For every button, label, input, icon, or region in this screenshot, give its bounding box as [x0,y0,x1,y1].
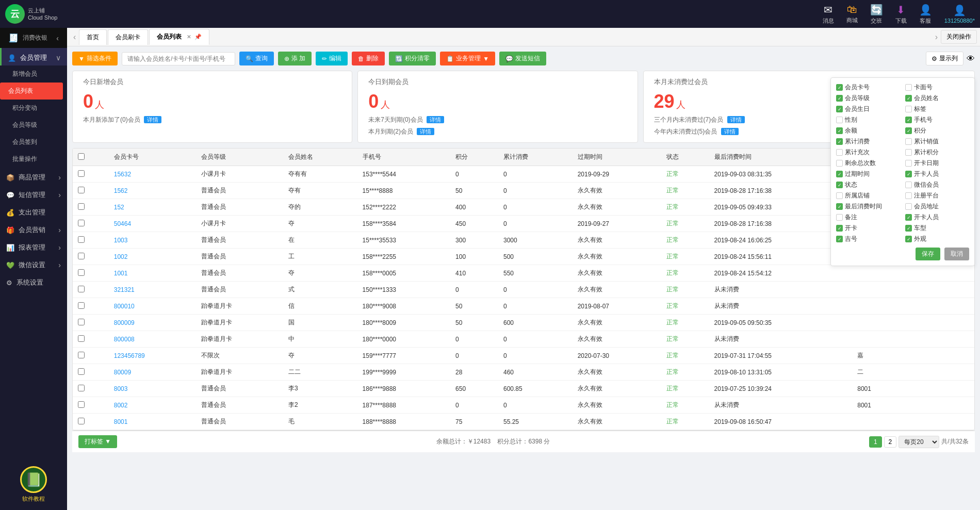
sidebar-item-marketing[interactable]: 🎁 会员营销 › [0,220,67,238]
row-check[interactable] [73,414,109,430]
col-phone[interactable]: ✓ 手机号 [905,116,969,124]
col-cumulative-value[interactable]: 累计销值 [905,137,969,146]
tab-close-icon[interactable]: ✕ [187,34,191,40]
row-card-no[interactable]: 1001 [109,265,196,282]
sidebar-item-report[interactable]: 📊 报表管理 › [0,238,67,255]
sidebar-item-goods[interactable]: 📦 商品管理 › [0,168,67,185]
col-recharge-times[interactable]: 累计充次 [836,148,900,157]
search-input[interactable] [122,52,235,65]
row-card-no[interactable]: 1002 [109,249,196,265]
col-card-face-check[interactable] [905,84,912,91]
col-birthday-check[interactable]: ✓ [836,106,843,112]
nav-download[interactable]: ⬇ 下载 [895,4,907,25]
page-2-button[interactable]: 2 [884,436,897,448]
col-level[interactable]: ✓ 会员等级 [836,94,900,103]
col-gender[interactable]: 性别 [836,116,900,124]
row-check[interactable] [73,166,109,183]
col-platform[interactable]: 注册平台 [905,191,969,200]
col-level-check[interactable]: ✓ [836,95,843,102]
per-page-select[interactable]: 每页20 每页50 每页100 [899,436,939,448]
row-check[interactable] [73,265,109,282]
col-remark[interactable]: 备注 [836,213,900,222]
nav-service[interactable]: 👤 客服 [919,4,932,25]
sms-button[interactable]: 💬 发送短信 [499,52,546,65]
consumed-badge-1[interactable]: 详情 [727,116,745,123]
label-button[interactable]: 打标签 ▼ [78,435,117,448]
col-cumulative-points[interactable]: 累计积分 [905,148,969,157]
search-button[interactable]: 🔍 查询 [239,52,274,65]
book-icon[interactable]: 📗 [20,466,47,493]
col-store-check[interactable] [836,192,843,199]
col-open-card-check[interactable]: ✓ [836,225,843,232]
col-expire-check[interactable]: ✓ [836,171,843,177]
col-car-number[interactable]: ✓ 吉号 [836,235,900,243]
tab-next-btn[interactable]: › [932,32,941,42]
col-exterior[interactable]: ✓ 外观 [905,235,969,243]
tab-member-card[interactable]: 会员刷卡 [108,29,148,45]
col-exterior-check[interactable]: ✓ [905,236,912,242]
row-check[interactable] [73,216,109,232]
col-name[interactable]: ✓ 会员姓名 [905,94,969,103]
col-car-type-check[interactable]: ✓ [905,225,912,232]
col-cumulative-value-check[interactable] [905,138,912,145]
row-check[interactable] [73,364,109,381]
row-card-no[interactable]: 800010 [109,298,196,315]
sidebar-item-pos[interactable]: 🧾 消费收银 ‹ [0,28,67,48]
col-open-card-person[interactable]: ✓ 开卡人员 [905,213,969,222]
display-settings-button[interactable]: ⚙ 显示列 [926,52,963,65]
col-status[interactable]: ✓ 状态 [836,180,900,189]
row-card-no[interactable]: 8002 [109,397,196,414]
row-check[interactable] [73,199,109,216]
col-open-date[interactable]: 开卡日期 [905,159,969,168]
col-points-check[interactable]: ✓ [905,127,912,134]
sidebar-sub-add-member[interactable]: 新增会员 [0,65,67,83]
col-open-person[interactable]: ✓ 开卡人员 [905,170,969,178]
col-last-consume-check[interactable]: ✓ [836,203,843,210]
sidebar-item-expense[interactable]: 💰 支出管理 [0,203,67,220]
points-button[interactable]: 🔃 积分清零 [389,52,436,65]
sidebar-item-sms[interactable]: 💬 短信管理 › [0,185,67,203]
sidebar-sub-member-list[interactable]: 会员列表 [0,83,63,100]
row-check[interactable] [73,232,109,249]
nav-exchange[interactable]: 🔄 交班 [870,4,883,25]
col-remaining-times-check[interactable] [836,160,843,167]
expiring-badge-1[interactable]: 详情 [427,116,444,123]
sidebar-sub-batch[interactable]: 批量操作 [0,151,67,168]
panel-cancel-button[interactable]: 取消 [944,248,969,260]
row-card-no[interactable]: 800009 [109,315,196,331]
row-check[interactable] [73,282,109,298]
col-status-check[interactable]: ✓ [836,182,843,188]
tab-home[interactable]: 首页 [79,29,107,45]
tab-prev-btn[interactable]: ‹ [70,32,79,42]
col-remaining-times[interactable]: 剩余总次数 [836,159,900,168]
col-open-card[interactable]: ✓ 开卡 [836,224,900,233]
consumed-badge-2[interactable]: 详情 [721,128,739,135]
col-card-face[interactable]: 卡面号 [905,83,969,92]
row-card-no[interactable]: 80009 [109,364,196,381]
nav-user[interactable]: 👤 131250880* [944,4,975,24]
close-all-button[interactable]: 关闭操作 [941,30,977,44]
filter-button[interactable]: ▼ 筛选条件 [72,52,118,65]
today-new-badge[interactable]: 详情 [144,116,161,123]
row-check[interactable] [73,183,109,199]
nav-message[interactable]: ✉ 消息 [823,4,834,25]
select-all-checkbox[interactable] [78,153,85,160]
row-check[interactable] [73,331,109,348]
col-card-no-check[interactable]: ✓ [836,84,843,91]
col-wechat[interactable]: 微信会员 [905,180,969,189]
col-cumulative[interactable]: ✓ 累计消费 [836,137,900,146]
col-card-no[interactable]: ✓ 会员卡号 [836,83,900,92]
add-button[interactable]: ⊕ 添 加 [278,52,312,65]
col-birthday[interactable]: ✓ 会员生日 [836,105,900,113]
col-open-card-person-check[interactable]: ✓ [905,214,912,221]
col-balance[interactable]: ✓ 余额 [836,126,900,135]
row-card-no[interactable]: 50464 [109,216,196,232]
col-wechat-check[interactable] [905,182,912,188]
sidebar-sub-points[interactable]: 积分变动 [0,100,67,117]
col-last-consume[interactable]: ✓ 最后消费时间 [836,202,900,211]
col-remark-check[interactable] [836,214,843,221]
row-card-no[interactable]: 1562 [109,183,196,199]
col-name-check[interactable]: ✓ [905,95,912,102]
col-points[interactable]: ✓ 积分 [905,126,969,135]
delete-button[interactable]: 🗑 删除 [352,52,385,65]
